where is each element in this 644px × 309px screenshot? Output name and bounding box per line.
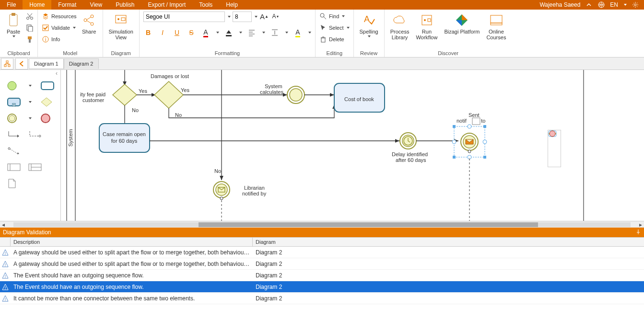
palette-intermediate-dropdown-icon[interactable] [29,117,32,119]
globe-icon[interactable] [597,1,605,9]
resources-button[interactable]: Resources [42,11,77,21]
validate-dropdown-icon[interactable] [73,27,76,29]
ctx-end[interactable] [550,158,559,165]
valign-dropdown-icon[interactable] [285,32,288,34]
validate-button[interactable]: Validate [42,23,77,33]
gear-icon[interactable] [632,1,639,9]
fill-color-dropdown-icon[interactable] [239,32,242,34]
underline-button[interactable]: U [172,28,182,37]
language-dropdown-icon[interactable] [624,4,627,6]
menu-export-import[interactable]: Export / Import [141,0,193,10]
share-icon [82,12,97,28]
gateway-1[interactable] [113,84,137,105]
share-button[interactable]: Share [80,11,99,35]
menu-file[interactable]: File [0,0,23,10]
validation-row[interactable]: !A gateway should be used either to spli… [0,258,644,270]
scroll-thumb[interactable] [199,222,538,227]
tab-diagram-1[interactable]: Diagram 1 [29,58,64,69]
palette-sequence-flow[interactable] [7,129,19,140]
chevron-up-icon[interactable] [585,1,593,9]
format-painter-button[interactable] [26,34,34,44]
spelling-dropdown-icon[interactable] [368,35,371,37]
online-courses-button[interactable]: Online Courses [484,11,508,41]
font-color-button[interactable]: A [201,28,211,37]
find-dropdown-icon[interactable] [342,15,345,17]
validation-row[interactable]: !A gateway should be used either to spli… [0,247,644,258]
select-button[interactable]: Select [319,23,350,33]
palette-gateway[interactable] [40,97,53,107]
palette-subprocess-dropdown-icon[interactable] [29,101,32,103]
back-button[interactable] [15,58,28,69]
sent-label-editbox[interactable] [472,118,480,125]
validation-title: Diagram Validation [3,229,51,236]
font-size-select[interactable] [233,11,252,22]
menu-publish[interactable]: Publish [109,0,141,10]
palette-task[interactable] [40,80,53,91]
scroll-right-button[interactable]: ▸ [637,221,644,228]
damages-label: Damages or lost [151,73,189,79]
palette-pool[interactable] [7,162,19,172]
palette-end-event[interactable] [40,113,53,124]
palette-start-event[interactable] [7,80,19,91]
menu-home[interactable]: Home [23,0,51,10]
spelling-button[interactable]: A Spelling [358,11,380,38]
menu-help[interactable]: Help [219,0,245,10]
run-workflow-button[interactable]: Run Workflow [414,11,439,41]
strikethrough-button[interactable]: S [187,28,196,37]
align-button[interactable] [247,28,257,37]
validation-col-description[interactable]: Description [11,238,253,246]
validation-col-diagram[interactable]: Diagram [253,238,644,246]
paste-dropdown-icon[interactable] [12,35,15,37]
hierarchy-button[interactable] [1,58,13,69]
paste-button[interactable]: Paste [4,11,23,38]
menu-view[interactable]: View [83,0,109,10]
align-dropdown-icon[interactable] [262,32,265,34]
validation-row[interactable]: !The Event should have an outgoing seque… [0,270,644,281]
select-dropdown-icon[interactable] [347,27,350,29]
palette-message-flow[interactable] [28,129,40,140]
increase-font-button[interactable]: A▲ [259,11,269,21]
canvas-hscrollbar[interactable]: ◂ ▸ [0,221,644,228]
palette-intermediate-event[interactable] [7,113,19,124]
menu-format[interactable]: Format [51,0,83,10]
font-family-select[interactable] [143,11,225,22]
ctx-gateway[interactable] [550,141,559,148]
palette-association[interactable] [7,146,19,156]
font-size-dropdown-icon[interactable] [255,16,258,18]
validation-row[interactable]: !It cannot be more than one connector be… [0,293,644,304]
ribbon-label-model: Model [42,49,99,56]
palette-start-dropdown-icon[interactable] [29,85,32,87]
decrease-font-button[interactable]: A▼ [271,11,281,21]
scroll-left-button[interactable]: ◂ [0,221,7,228]
valign-button[interactable] [270,28,280,37]
font-family-dropdown-icon[interactable] [228,16,231,18]
svg-marker-28 [456,20,462,26]
process-library-button[interactable]: Process Library [388,11,411,41]
validation-row[interactable]: !The Event should have an outgoing seque… [0,281,644,293]
pin-icon[interactable] [635,229,641,236]
highlight-dropdown-icon[interactable] [308,32,311,34]
diagram-canvas[interactable]: System ity fee paidcustomer Yes No Damag… [61,70,644,221]
palette-lane[interactable] [28,162,40,172]
highlight-button[interactable]: A [293,28,303,37]
fill-color-button[interactable] [224,28,234,37]
brush-icon [26,35,34,43]
copy-button[interactable] [26,23,34,33]
simulation-view-button[interactable]: Simulation View [107,11,135,41]
cut-button[interactable] [26,11,34,21]
find-button[interactable]: Find [319,11,350,21]
font-color-dropdown-icon[interactable] [216,32,219,34]
info-button[interactable]: iInfo [42,34,77,44]
language-label[interactable]: EN [610,1,618,8]
palette-collapse-button[interactable]: ‹ [0,70,60,78]
ctx-intermediate[interactable] [550,149,559,156]
menu-tools[interactable]: Tools [192,0,219,10]
gateway-damages[interactable] [154,81,183,108]
tab-diagram-2[interactable]: Diagram 2 [64,58,99,69]
bold-button[interactable]: B [143,28,153,37]
palette-data-object[interactable] [7,178,19,189]
delete-button[interactable]: Delete [319,34,350,44]
palette-subprocess[interactable] [7,97,19,107]
italic-button[interactable]: I [158,28,167,37]
bizagi-platform-button[interactable]: Bizagi Platform [442,11,481,35]
